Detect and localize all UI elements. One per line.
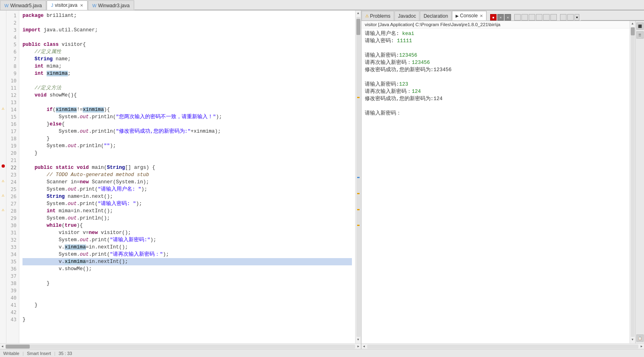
code-line-33: v.xinmima=in.nextInt(); (22, 244, 352, 251)
code-line-40 (22, 294, 352, 302)
code-line-17: System.out.println("修改密码成功,您的新密码为:"+xinm… (22, 128, 352, 135)
code-line-31: visitor v=new visitor(); (22, 229, 352, 236)
code-line-13 (22, 99, 352, 106)
code-line-15: System.out.println("您两次输入的密码不一致，请重新输入！")… (22, 113, 352, 121)
code-line-39 (22, 287, 352, 294)
console-line-5: 修改密码成功,您的新密码为:123456 (365, 66, 626, 74)
tab-console-label: Console (460, 13, 478, 18)
console-action-btn1[interactable]: ✕ (505, 14, 511, 21)
code-line-30: while(true){ (22, 222, 352, 229)
console-line-blank3 (365, 103, 626, 110)
code-editor: ⚠ ⚠ ⚠ ⚠ (0, 10, 362, 349)
close-console-btn[interactable]: ✕ (497, 14, 504, 21)
code-line-6: //定义属性 (22, 48, 352, 55)
code-line-28: int mima=in.nextInt(); (22, 207, 352, 215)
code-text[interactable]: package brilliant; import java.util.Scan… (19, 10, 355, 343)
console-action-btn6[interactable] (543, 14, 550, 21)
tab-visitor[interactable]: J visitor.java ✕ (47, 0, 88, 10)
console-line-blank2 (365, 74, 626, 81)
tab-winwadr3-label: Winwadr3.java (98, 3, 130, 8)
tab-console-close[interactable]: ✕ (480, 14, 483, 18)
console-icon: ▶ (456, 14, 459, 18)
code-line-11: //定义方法 (22, 84, 352, 92)
tab-declaration-label: Declaration (423, 13, 448, 19)
code-vscroll[interactable]: ▲ ▼ (355, 10, 361, 343)
right-tab-bar: ⚠ Problems Javadoc Declaration ▶ Console… (362, 10, 644, 21)
code-line-19: System.out.println(""); (22, 142, 352, 150)
console-scroll-thumb[interactable] (631, 27, 635, 35)
visitor-file-icon: J (51, 3, 53, 8)
console-vscroll[interactable]: ▲ ▼ (630, 21, 635, 343)
console-line-blank1 (365, 45, 626, 52)
console-line-8: 修改密码成功,您的新密码为:124 (365, 95, 626, 103)
left-gutter: ⚠ ⚠ ⚠ ⚠ (0, 10, 6, 343)
file-icon: W (4, 3, 8, 8)
console-line-2: 请输入密码: 11111 (365, 37, 626, 45)
status-text: Writable (3, 351, 19, 356)
scroll-thumb[interactable] (356, 19, 360, 35)
console-action-btn8[interactable] (560, 14, 566, 21)
tab-winwadr5[interactable]: W Winwadr5.java (0, 0, 46, 10)
tab-visitor-close[interactable]: ✕ (80, 3, 83, 8)
tab-winwadr3[interactable]: W Winwadr3.java (88, 0, 134, 10)
right-tabs: ⚠ Problems Javadoc Declaration ▶ Console… (362, 11, 487, 21)
stop-btn[interactable]: ■ (490, 14, 497, 21)
toolbar-btn-2[interactable]: ☰ (636, 31, 644, 39)
tab-console[interactable]: ▶ Console ✕ (452, 11, 487, 21)
gutter-warn-24: ⚠ (0, 177, 6, 184)
console-toolbar: ■ ✕ ✕ (489, 14, 581, 21)
tab-problems-label: Problems (370, 13, 390, 19)
code-line-20: } (22, 150, 352, 157)
tab-javadoc[interactable]: Javadoc (395, 11, 420, 21)
code-line-8: int mima; (22, 63, 352, 70)
code-line-38: } (22, 280, 352, 287)
scroll-up-arrow[interactable]: ▲ (356, 11, 361, 16)
console-action-btn9[interactable] (567, 14, 574, 21)
console-scroll-up[interactable]: ▲ (630, 22, 635, 27)
console-content: visitor [Java Application] C:\Program Fi… (362, 21, 644, 343)
code-line-32: System.out.print("请输入新密码:"); (22, 236, 352, 244)
gutter-bp-22 (0, 162, 6, 170)
toolbar-btn-3[interactable]: 📋 (636, 334, 644, 342)
code-hscroll[interactable]: ◄ ► (0, 343, 361, 349)
code-line-7: String name; (22, 55, 352, 63)
code-line-43: } (22, 316, 352, 323)
console-scroll-down[interactable]: ▼ (630, 338, 635, 343)
code-line-1: package brilliant; (22, 12, 352, 19)
code-line-26: String name=in.next(); (22, 193, 352, 200)
scroll-down-arrow[interactable]: ▼ (356, 338, 361, 343)
code-line-12: void showMe(){ (22, 92, 352, 99)
console-scroll-track[interactable] (631, 27, 635, 337)
console-action-btn7[interactable] (550, 14, 557, 21)
console-hscroll[interactable]: ◄ ► (362, 343, 644, 349)
problems-icon: ⚠ (365, 14, 369, 18)
status-bar: Writable | Smart Insert | 35 : 33 (0, 349, 644, 357)
toolbar-btn-1[interactable]: ⬛ (636, 23, 644, 30)
console-main: visitor [Java Application] C:\Program Fi… (362, 21, 630, 343)
tab-problems[interactable]: ⚠ Problems (362, 11, 394, 21)
console-action-btn5[interactable] (536, 14, 542, 21)
code-line-27: System.out.print("请输入密码: "); (22, 200, 352, 207)
code-line-36: v.showMe(); (22, 265, 352, 273)
console-action-btn4[interactable] (529, 14, 535, 21)
tab-declaration[interactable]: Declaration (420, 11, 452, 21)
line-numbers: 1 2 3 4 5 6 7 8 9 10 11 12 13 14 15 16 1 (6, 10, 19, 343)
console-line-7: 请再次输入新密码：124 (365, 88, 626, 95)
console-line-1: 请输入用户名: keai (365, 30, 626, 37)
code-line-10 (22, 77, 352, 84)
console-path: visitor [Java Application] C:\Program Fi… (362, 21, 630, 29)
console-output[interactable]: 请输入用户名: keai 请输入密码: 11111 请输入新密码:123456 … (362, 29, 630, 343)
console-action-btn2[interactable] (514, 14, 521, 21)
console-dropdown-btn[interactable]: ▼ (574, 14, 579, 21)
console-line-9: 请输入新密码： (365, 110, 626, 117)
code-line-29: System.out.println(); (22, 215, 352, 222)
main-content: ⚠ ⚠ ⚠ ⚠ (0, 10, 644, 349)
code-line-4 (22, 34, 352, 41)
code-line-22: public static void main(String[] args) { (22, 164, 352, 171)
far-right-toolbar: ⬛ ☰ 📋 (635, 21, 644, 343)
console-line-6: 请输入新密码:123 (365, 81, 626, 88)
code-line-3: import java.util.Scanner; (22, 27, 352, 34)
scroll-track[interactable] (356, 17, 360, 337)
console-action-btn3[interactable] (521, 14, 528, 21)
code-line-21 (22, 157, 352, 164)
